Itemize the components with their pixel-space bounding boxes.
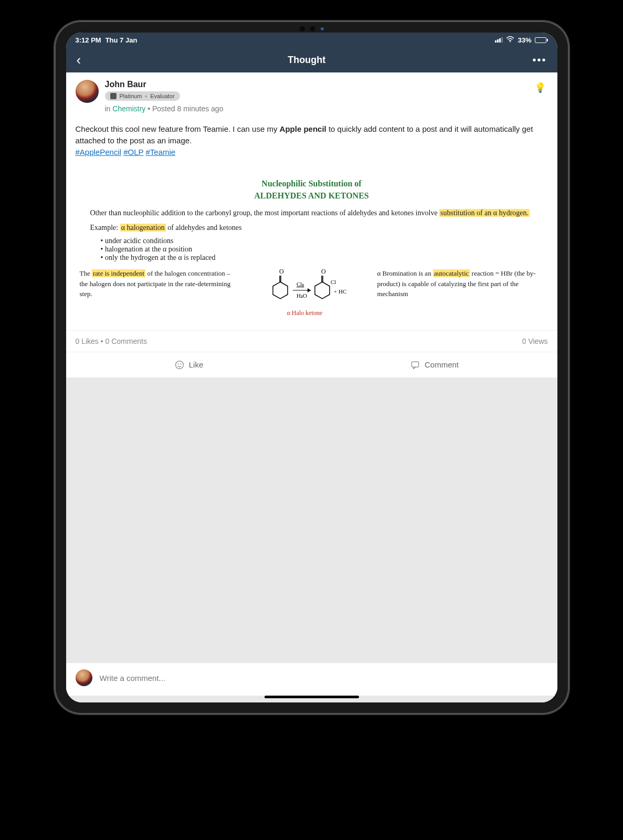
svg-point-17	[181, 364, 181, 364]
attachment-col-right: α Bromination is an autocatalytic reacti…	[377, 268, 543, 318]
hashtag-applepencil[interactable]: #ApplePencil	[76, 148, 122, 156]
signal-icon	[495, 37, 503, 43]
home-indicator[interactable]	[265, 696, 359, 698]
hashtag-teamie[interactable]: #Teamie	[146, 148, 176, 156]
attachment-title: Nucleophilic Substitution of ALDEHYDES A…	[80, 177, 544, 202]
svg-text:O: O	[321, 268, 326, 275]
comments-count[interactable]: 0 Comments	[105, 337, 147, 345]
status-time: 3:12 PM	[76, 36, 101, 44]
svg-text:+ HCl: + HCl	[334, 288, 346, 295]
hashtag-olp[interactable]: #OLP	[123, 148, 143, 156]
svg-point-0	[510, 41, 511, 42]
attachment-col-left: The rate is independent of the halogen c…	[80, 268, 233, 318]
attachment-paragraph-2: Example: α halogenation of aldehydes and…	[90, 222, 533, 234]
author-name[interactable]: John Baur	[105, 80, 548, 89]
battery-percent: 33%	[518, 36, 531, 44]
content-area: John Baur Platinum • Evaluator in Chemis…	[66, 72, 557, 702]
wifi-icon	[506, 36, 514, 44]
like-button[interactable]: Like	[66, 352, 312, 377]
post-header: John Baur Platinum • Evaluator in Chemis…	[66, 72, 557, 116]
battery-icon	[535, 37, 548, 43]
nav-bar: ‹ Thought •••	[66, 47, 557, 72]
views-count: 0 Views	[522, 337, 548, 345]
status-date: Thu 7 Jan	[105, 36, 138, 44]
comment-icon	[410, 360, 420, 370]
post-attachment-image[interactable]: Nucleophilic Substitution of ALDEHYDES A…	[71, 170, 552, 325]
status-bar: 3:12 PM Thu 7 Jan 33%	[66, 33, 557, 47]
nav-title: Thought	[288, 55, 325, 66]
badge-platinum: Platinum	[120, 93, 142, 99]
svg-point-15	[175, 361, 183, 369]
svg-marker-12	[315, 282, 330, 299]
svg-text:O: O	[279, 268, 284, 275]
svg-text:H₂O: H₂O	[297, 292, 307, 299]
badge-evaluator: Evaluator	[150, 93, 174, 99]
svg-text:Cl₂: Cl₂	[297, 281, 304, 287]
post-card: John Baur Platinum • Evaluator in Chemis…	[66, 72, 557, 377]
likes-count[interactable]: 0 Likes	[76, 337, 99, 345]
post-context: in Chemistry • Posted 8 minutes ago	[105, 104, 548, 113]
svg-rect-18	[411, 362, 418, 367]
back-button[interactable]: ‹	[77, 52, 81, 68]
lightbulb-icon: 💡	[534, 82, 546, 93]
ipad-device-frame: 3:12 PM Thu 7 Jan 33% ‹ Thought •••	[55, 21, 569, 714]
svg-marker-4	[273, 282, 288, 299]
current-user-avatar[interactable]	[76, 669, 92, 686]
smile-icon	[174, 360, 185, 370]
badge-icon	[110, 93, 117, 99]
attachment-list: under acidic conditions halogenation at …	[101, 237, 523, 262]
post-actions: Like Comment	[66, 352, 557, 377]
comment-bar	[66, 663, 557, 696]
attachment-columns: The rate is independent of the halogen c…	[80, 268, 544, 318]
more-button[interactable]: •••	[532, 54, 546, 66]
svg-marker-7	[308, 288, 311, 292]
author-avatar[interactable]	[76, 80, 99, 103]
subject-link[interactable]: Chemistry	[112, 104, 145, 113]
comment-button[interactable]: Comment	[312, 352, 557, 377]
device-camera	[300, 26, 324, 32]
author-badges: Platinum • Evaluator	[105, 91, 548, 101]
comment-input[interactable]	[100, 674, 548, 682]
svg-text:Cl: Cl	[331, 279, 336, 285]
posted-time: • Posted 8 minutes ago	[145, 104, 223, 113]
screen: 3:12 PM Thu 7 Jan 33% ‹ Thought •••	[66, 33, 557, 702]
svg-point-16	[178, 364, 178, 364]
attachment-paragraph-1: Other than nucleophilic addition to the …	[90, 207, 533, 219]
attachment-reaction: O Cl₂ H₂O O	[235, 268, 374, 318]
post-body: Checkout this cool new feature from Team…	[66, 116, 557, 165]
post-stats: 0 Likes • 0 Comments 0 Views	[66, 330, 557, 352]
